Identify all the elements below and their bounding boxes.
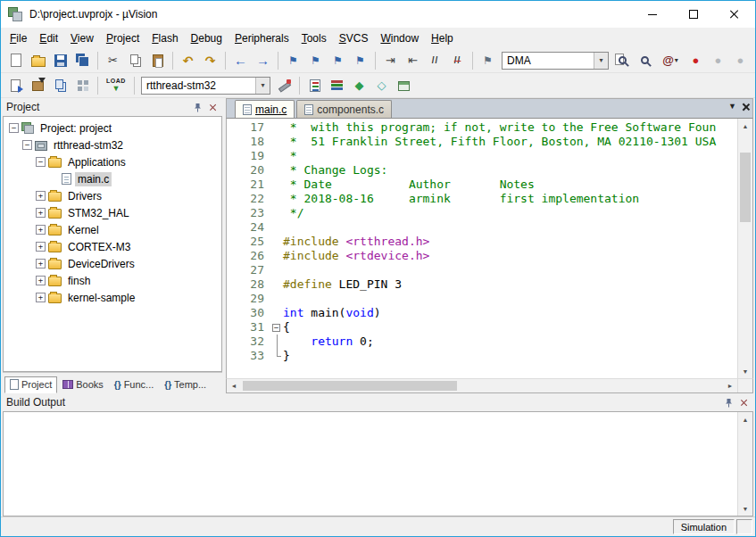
tree-item-stm32-hal[interactable]: +STM32_HAL (4, 204, 221, 221)
scroll-down-icon[interactable]: ▼ (738, 501, 752, 516)
minimize-button[interactable] (632, 1, 673, 28)
tree-item-kernel[interactable]: +Kernel (4, 221, 221, 238)
options-for-target-icon[interactable] (273, 75, 295, 96)
collapse-icon[interactable]: − (36, 157, 46, 167)
uncomment-selection-icon[interactable]: // (446, 50, 469, 71)
pin-panel-button[interactable] (191, 101, 204, 113)
collapse-icon[interactable]: − (22, 140, 32, 150)
indent-icon[interactable]: ⇥ (379, 50, 402, 71)
redo-icon[interactable]: ↷ (199, 50, 221, 71)
new-file-icon[interactable] (4, 50, 27, 71)
outdent-icon[interactable]: ⇤ (402, 50, 424, 71)
find-in-files-icon[interactable] (611, 50, 634, 71)
menu-debug[interactable]: Debug (185, 29, 228, 47)
expand-icon[interactable]: + (36, 293, 46, 302)
menu-project[interactable]: Project (100, 29, 145, 47)
books-window-icon[interactable] (326, 75, 348, 96)
panel-tab-books[interactable]: Books (57, 376, 109, 393)
tree-item-rtthread-stm32[interactable]: −rtthread-stm32 (4, 136, 221, 153)
expand-icon[interactable]: + (36, 259, 46, 268)
find-icon[interactable] (634, 50, 656, 71)
find-flag-icon[interactable]: ⚑ (477, 50, 499, 71)
target-select-combo[interactable]: rtthread-stm32 ▾ (141, 77, 270, 95)
scrollbar-track[interactable] (738, 133, 752, 364)
close-panel-button[interactable] (737, 396, 750, 409)
comment-selection-icon[interactable]: // (424, 50, 446, 71)
scroll-right-icon[interactable]: ► (723, 379, 737, 392)
tab-list-chevron-icon[interactable]: ▼ (728, 102, 736, 111)
panel-tab-temp-[interactable]: {}Temp... (159, 376, 212, 393)
close-document-icon[interactable] (742, 103, 750, 111)
menu-help[interactable]: Help (425, 29, 460, 47)
project-window-icon[interactable] (393, 75, 415, 96)
copy-icon[interactable] (124, 50, 146, 71)
scrollbar-thumb[interactable] (243, 381, 457, 391)
fold-collapse-icon[interactable]: − (271, 320, 283, 335)
disable-breakpoint-icon[interactable]: ● (729, 50, 752, 71)
project-tree[interactable]: −Project: project−rtthread-stm32−Applica… (3, 116, 222, 372)
prev-bookmark-icon[interactable]: ⚑ (304, 50, 327, 71)
editor-tab-main-c[interactable]: main.c (235, 100, 295, 118)
menu-peripherals[interactable]: Peripherals (228, 29, 295, 47)
scrollbar-track[interactable] (738, 426, 752, 501)
collapse-icon[interactable]: − (9, 123, 19, 133)
menu-edit[interactable]: Edit (33, 29, 64, 47)
chevron-down-icon[interactable]: ▾ (594, 53, 608, 69)
toggle-bookmark-icon[interactable]: ⚑ (282, 50, 304, 71)
scroll-down-icon[interactable]: ▼ (738, 364, 752, 378)
menu-flash[interactable]: Flash (145, 29, 184, 47)
manage-rte-icon[interactable]: ◆ (348, 75, 370, 96)
undo-icon[interactable]: ↶ (177, 50, 199, 71)
output-vertical-scrollbar[interactable]: ▲ ▼ (737, 412, 752, 516)
panel-tab-func-[interactable]: {}Func... (109, 376, 159, 393)
close-panel-button[interactable] (206, 101, 219, 113)
menu-tools[interactable]: Tools (295, 29, 333, 47)
tree-item-drivers[interactable]: +Drivers (4, 187, 221, 204)
cut-icon[interactable]: ✂ (102, 50, 124, 71)
maximize-button[interactable] (673, 1, 714, 28)
expand-icon[interactable]: + (36, 208, 46, 218)
menu-svcs[interactable]: SVCS (333, 29, 375, 47)
close-button[interactable] (714, 1, 755, 28)
search-mode-icon[interactable]: @▾ (656, 50, 685, 71)
scroll-up-icon[interactable]: ▲ (738, 412, 752, 426)
pin-panel-button[interactable] (722, 396, 735, 409)
rebuild-icon[interactable] (49, 75, 71, 96)
tree-item-finsh[interactable]: +finsh (4, 272, 221, 289)
tree-item-applications[interactable]: −Applications (4, 153, 221, 170)
file-extensions-icon[interactable] (303, 75, 326, 96)
scroll-left-icon[interactable]: ◄ (227, 379, 241, 392)
menu-file[interactable]: File (4, 29, 33, 47)
translate-icon[interactable] (4, 75, 27, 96)
save-icon[interactable] (49, 50, 71, 71)
menu-window[interactable]: Window (374, 29, 425, 47)
find-combo[interactable]: DMA ▾ (502, 52, 609, 70)
tree-item-kernel-sample[interactable]: +kernel-sample (4, 289, 221, 306)
navigate-back-icon[interactable]: ← (229, 50, 252, 71)
tree-item-main-c[interactable]: main.c (4, 170, 221, 187)
clear-bookmarks-icon[interactable]: ⚑ (349, 50, 371, 71)
expand-icon[interactable]: + (36, 191, 46, 201)
enable-breakpoint-icon[interactable]: ● (707, 50, 729, 71)
pack-installer-icon[interactable]: ◇ (370, 75, 393, 96)
insert-breakpoint-icon[interactable]: ● (685, 50, 707, 71)
chevron-down-icon[interactable]: ▾ (255, 78, 270, 94)
flash-download-button[interactable]: LOAD ▼ (102, 75, 130, 96)
expand-icon[interactable]: + (36, 242, 46, 252)
code-area[interactable]: 17 * with this program; if not, write to… (227, 119, 737, 378)
paste-icon[interactable] (146, 50, 169, 71)
scroll-up-icon[interactable]: ▲ (738, 119, 752, 133)
batch-build-icon[interactable] (71, 75, 94, 96)
scrollbar-track[interactable] (241, 379, 723, 392)
next-bookmark-icon[interactable]: ⚑ (327, 50, 349, 71)
menu-view[interactable]: View (64, 29, 100, 47)
save-all-icon[interactable] (71, 50, 94, 71)
scrollbar-thumb[interactable] (740, 153, 751, 222)
editor-vertical-scrollbar[interactable]: ▲ ▼ (737, 119, 752, 378)
build-output-text[interactable] (4, 412, 737, 516)
open-file-icon[interactable] (27, 50, 49, 71)
navigate-forward-icon[interactable]: → (252, 50, 274, 71)
editor-horizontal-scrollbar[interactable]: ◄ ► (226, 378, 753, 393)
editor-tab-components-c[interactable]: components.c (296, 100, 392, 118)
tree-item-cortex-m3[interactable]: +CORTEX-M3 (4, 238, 221, 255)
